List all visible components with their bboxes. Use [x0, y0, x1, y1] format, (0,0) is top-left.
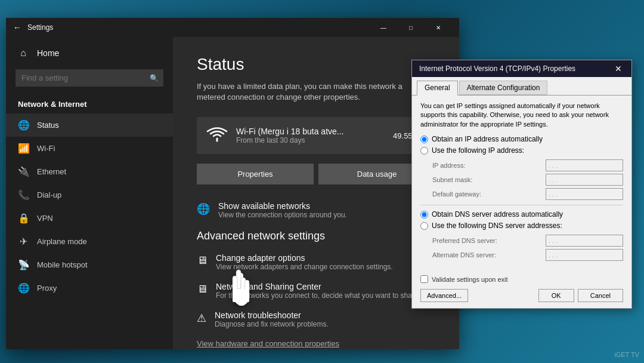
manual-ip-label: Use the following IP address:	[432, 146, 524, 155]
airplane-icon: ✈	[18, 236, 29, 247]
settings-titlebar: ← Settings — □ ✕	[6, 18, 459, 37]
dialog-tabs: General Alternate Configuration	[412, 77, 631, 96]
sidebar-item-ethernet[interactable]: 🔌 Ethernet	[6, 160, 173, 183]
dialog-description: You can get IP settings assigned automat…	[420, 101, 623, 129]
search-input[interactable]	[16, 69, 163, 87]
sidebar-section-title: Network & Internet	[6, 91, 173, 113]
auto-ip-label: Obtain an IP address automatically	[432, 135, 543, 143]
alternate-dns-input[interactable]	[546, 249, 623, 261]
proxy-icon: 🌐	[18, 282, 29, 294]
ip-address-input[interactable]	[546, 159, 623, 171]
view-hardware-link[interactable]: View hardware and connection properties	[197, 339, 435, 348]
close-button[interactable]: ✕	[425, 18, 452, 37]
show-networks-sub: View the connection options around you.	[218, 211, 347, 219]
preferred-dns-row: Preferred DNS server:	[432, 235, 623, 247]
advanced-button[interactable]: Advanced...	[420, 289, 468, 302]
adapter-icon: 🖥	[197, 254, 208, 267]
sidebar-item-airplane[interactable]: ✈ Airplane mode	[6, 230, 173, 253]
ok-button[interactable]: OK	[538, 289, 574, 302]
titlebar-controls: — □ ✕	[370, 18, 452, 37]
minimize-button[interactable]: —	[370, 18, 397, 37]
settings-window: ← Settings — □ ✕ ⌂ Home 🔍 Netwo	[6, 18, 459, 349]
dialup-icon: 📞	[18, 189, 29, 201]
validate-row: Validate settings upon exit	[420, 275, 623, 283]
network-card: Wi-Fi (Mergu i 18 buta atve... From the …	[197, 117, 435, 154]
dialog-close-button[interactable]: ✕	[612, 64, 624, 73]
subnet-input[interactable]	[546, 174, 623, 186]
manual-ip-radio[interactable]	[420, 147, 428, 155]
home-icon: ⌂	[18, 48, 29, 59]
properties-button[interactable]: Properties	[197, 164, 314, 184]
sidebar-item-status[interactable]: 🌐 Status	[6, 113, 173, 137]
dialog-titlebar: Internet Protocol Version 4 (TCP/IPv4) P…	[412, 60, 631, 77]
home-label: Home	[37, 48, 59, 58]
sidebar-item-label: Proxy	[37, 284, 57, 293]
preferred-dns-label: Preferred DNS server:	[432, 237, 546, 244]
tab-alternate[interactable]: Alternate Configuration	[459, 81, 548, 95]
troubleshooter-title[interactable]: Network troubleshooter	[215, 310, 329, 320]
auto-dns-radio[interactable]	[420, 211, 428, 219]
dialog-action-row: Advanced... OK Cancel	[420, 289, 623, 302]
page-title: Status	[197, 55, 435, 74]
gateway-label: Default gateway:	[432, 190, 546, 198]
sidebar-item-label: Ethernet	[37, 167, 66, 176]
network-name: Wi-Fi (Mergu i 18 buta atve...	[236, 127, 344, 136]
show-networks-title[interactable]: Show available networks	[218, 201, 347, 211]
sharing-icon: 🖥	[197, 283, 208, 296]
sidebar: ⌂ Home 🔍 Network & Internet 🌐 Status 📶 W…	[6, 37, 173, 349]
tab-general[interactable]: General	[417, 81, 458, 96]
auto-dns-radio-item: Obtain DNS server address automatically	[420, 210, 623, 219]
sharing-center-item: 🖥 Network and Sharing Center For the net…	[197, 282, 435, 300]
auto-dns-label: Obtain DNS server address automatically	[432, 210, 563, 219]
search-icon: 🔍	[150, 74, 159, 82]
subnet-label: Subnet mask:	[432, 176, 546, 183]
network-sub: From the last 30 days	[236, 136, 344, 144]
troubleshooter-sub: Diagnose and fix network problems.	[215, 320, 329, 328]
titlebar-left: ← Settings	[13, 23, 53, 32]
network-buttons: Properties Data usage	[197, 164, 435, 184]
show-networks-item: 🌐 Show available networks View the conne…	[197, 201, 435, 219]
sidebar-item-dialup[interactable]: 📞 Dial-up	[6, 183, 173, 207]
alternate-dns-row: Alternate DNS server:	[432, 249, 623, 261]
sidebar-item-proxy[interactable]: 🌐 Proxy	[6, 276, 173, 300]
page-subtitle: If you have a limited data plan, you can…	[197, 81, 423, 103]
sidebar-item-home[interactable]: ⌂ Home	[6, 42, 173, 64]
manual-dns-radio[interactable]	[420, 222, 428, 230]
networks-icon: 🌐	[197, 202, 210, 216]
cancel-button[interactable]: Cancel	[578, 289, 623, 302]
settings-body: ⌂ Home 🔍 Network & Internet 🌐 Status 📶 W…	[6, 37, 459, 349]
adapter-options-title[interactable]: Change adapter options	[216, 253, 393, 263]
hotspot-icon: 📡	[18, 259, 29, 270]
show-networks-text: Show available networks View the connect…	[218, 201, 347, 219]
gateway-row: Default gateway:	[432, 188, 623, 200]
sharing-center-sub: For the networks you connect to, decide …	[216, 291, 420, 300]
auto-ip-radio-item: Obtain an IP address automatically	[420, 135, 623, 143]
sidebar-item-label: Mobile hotspot	[37, 260, 88, 269]
back-button[interactable]: ←	[13, 23, 21, 32]
sharing-center-text: Network and Sharing Center For the netwo…	[216, 282, 420, 300]
sidebar-item-label: Airplane mode	[37, 237, 87, 246]
sidebar-item-vpn[interactable]: 🔒 VPN	[6, 207, 173, 230]
sharing-center-title[interactable]: Network and Sharing Center	[216, 282, 420, 291]
ip-address-row: IP address:	[432, 159, 623, 171]
vpn-icon: 🔒	[18, 213, 29, 224]
search-container: 🔍	[16, 69, 163, 87]
tcp-dialog: Internet Protocol Version 4 (TCP/IPv4) P…	[411, 60, 632, 309]
manual-dns-radio-item: Use the following DNS server addresses:	[420, 222, 623, 230]
sidebar-item-hotspot[interactable]: 📡 Mobile hotspot	[6, 253, 173, 276]
validate-checkbox[interactable]	[420, 275, 428, 283]
desktop: ← Settings — □ ✕ ⌂ Home 🔍 Netwo	[0, 0, 644, 363]
ip-radio-group: Obtain an IP address automatically Use t…	[420, 135, 623, 155]
auto-ip-radio[interactable]	[420, 136, 428, 143]
dns-fields: Preferred DNS server: Alternate DNS serv…	[432, 235, 623, 261]
maximize-button[interactable]: □	[397, 18, 425, 37]
dialog-footer: Validate settings upon exit Advanced... …	[412, 272, 631, 308]
sidebar-item-wifi[interactable]: 📶 Wi-Fi	[6, 137, 173, 160]
ip-address-label: IP address:	[432, 162, 546, 169]
adapter-options-sub: View network adapters and change connect…	[216, 263, 393, 271]
adapter-options-item: 🖥 Change adapter options View network ad…	[197, 253, 435, 271]
troubleshooter-item: ⚠ Network troubleshooter Diagnose and fi…	[197, 310, 435, 328]
preferred-dns-input[interactable]	[546, 235, 623, 247]
dns-radio-group: Obtain DNS server address automatically …	[420, 210, 623, 230]
gateway-input[interactable]	[546, 188, 623, 200]
